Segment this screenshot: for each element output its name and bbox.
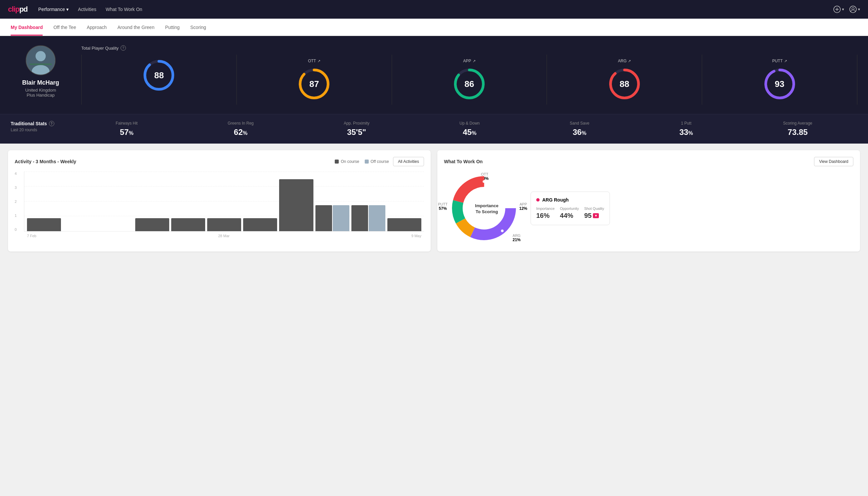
trend-up-icon [784,59,787,63]
stats-sublabel: Last 20 rounds [11,128,70,132]
traditional-stats-section: Traditional Stats ? Last 20 rounds Fairw… [0,114,868,143]
stats-label-block: Traditional Stats ? Last 20 rounds [11,121,70,137]
bar-group [207,218,241,231]
chevron-down-icon: ▾ [842,7,844,12]
tab-off-the-tee[interactable]: Off the Tee [53,19,76,36]
bar-on-course [27,218,61,231]
chart-bars [24,172,424,231]
tab-my-dashboard[interactable]: My Dashboard [11,19,43,36]
help-icon[interactable]: ? [49,121,54,126]
bar-on-course [279,179,313,231]
stats-items: Fairways Hit 57% Greens In Reg 62% App. … [70,121,857,137]
svg-point-4 [852,7,854,10]
nav-link-what-to-work-on[interactable]: What To Work On [106,7,142,12]
bar-off-course [369,205,385,231]
arg-rough-card: ARG Rough Importance 16% Opportunity 44%… [531,191,610,225]
score-label-app: APP [463,59,475,63]
y-label-1: 1 [15,214,23,218]
y-label-4: 4 [15,172,23,175]
x-label-mar: 28 Mar [218,234,230,238]
bar-on-course [171,218,205,231]
ring-value-app: 86 [464,79,474,89]
ring-value-arg: 88 [619,79,629,89]
bar-on-course [207,218,241,231]
trend-up-icon [473,59,476,63]
nav-link-performance[interactable]: Performance ▾ [38,7,68,12]
bar-on-course [351,205,368,231]
bar-group [135,218,169,231]
x-label-may: 9 May [411,234,421,238]
all-activities-button[interactable]: All Activities [393,157,424,166]
bar-on-course [388,218,421,231]
ring-ott: 87 [297,67,331,100]
stat-item: Up & Down 45% [460,121,480,137]
stat-item: Sand Save 36% [570,121,589,137]
score-label-arg: ARG [618,59,631,63]
tab-approach[interactable]: Approach [86,19,107,36]
add-button[interactable]: ▾ [833,6,844,13]
top-navigation: clippd Performance ▾ Activities What To … [0,0,868,19]
score-card-ott: OTT 87 [237,55,392,105]
scores-title: Total Player Quality ? [81,45,857,51]
donut-center-label: ImportanceTo Scoring [475,203,498,215]
stat-item: App. Proximity 35'5" [344,121,369,137]
svg-point-25 [501,230,504,232]
score-card-app: APP 86 [392,55,547,105]
info-metrics: Importance 16% Opportunity 44% Shot Qual… [536,206,604,219]
svg-point-24 [510,204,512,207]
scores-section: Total Player Quality ? 88 OTT [81,45,857,105]
svg-point-23 [483,180,485,183]
score-card-arg: ARG 88 [547,55,702,105]
trend-up-icon [317,59,320,63]
hero-section: Blair McHarg United Kingdom Plus Handica… [0,36,868,114]
activity-chart-panel: Activity - 3 Months - Weekly On course O… [8,150,431,251]
donut-label-app: APP 12% [519,202,527,211]
score-card-overall: 88 [82,55,237,105]
player-country: United Kingdom [25,88,56,93]
bar-group [171,218,205,231]
ring-value-putt: 93 [775,79,784,89]
chart-legend: On course Off course [335,159,389,164]
bar-group [279,179,313,231]
player-handicap: Plus Handicap [27,93,54,98]
nav-link-activities[interactable]: Activities [78,7,96,12]
tab-around-the-green[interactable]: Around the Green [117,19,154,36]
legend-on-course: On course [335,159,359,164]
svg-rect-8 [30,64,52,65]
bar-group [243,218,277,231]
opportunity-value: 44% [560,212,579,219]
trend-badge: ▼ [593,213,599,218]
tab-putting[interactable]: Putting [165,19,180,36]
scores-grid: 88 OTT 87 APP [81,55,857,105]
stat-item: 1 Putt 33% [679,121,693,137]
ring-putt: 93 [763,67,796,100]
x-labels: 7 Feb 28 Mar 9 May [27,234,421,238]
stat-item: Scoring Average 73.85 [783,121,812,137]
legend-off-course: Off course [365,159,389,164]
shot-quality-metric: Shot Quality 95 ▼ [584,206,604,219]
user-profile-button[interactable]: ▾ [849,6,860,13]
shot-quality-value: 95 ▼ [584,212,604,219]
brand-logo[interactable]: clippd [8,5,28,14]
score-label-putt: PUTT [772,59,787,63]
stats-label: Traditional Stats ? [11,121,70,126]
arg-rough-title: ARG Rough [542,197,569,203]
player-name: Blair McHarg [22,79,59,86]
ring-arg: 88 [608,67,641,100]
stat-item: Greens In Reg 62% [228,121,254,137]
view-dashboard-button[interactable]: View Dashboard [814,157,853,166]
y-label-3: 3 [15,186,23,189]
bar-group [27,218,61,231]
bar-on-course [135,218,169,231]
svg-point-6 [36,51,46,61]
tab-scoring[interactable]: Scoring [190,19,206,36]
legend-dot-off [365,159,369,164]
help-icon[interactable]: ? [121,45,126,51]
ring-overall: 88 [142,59,175,92]
donut-chart: OTT 10% APP 12% ARG 21% PUTT 57% [444,172,524,245]
ring-app: 86 [453,67,486,100]
ring-value-overall: 88 [154,70,164,81]
bar-off-course [333,205,349,231]
stat-item: Fairways Hit 57% [115,121,138,137]
bottom-panels: Activity - 3 Months - Weekly On course O… [0,143,868,258]
